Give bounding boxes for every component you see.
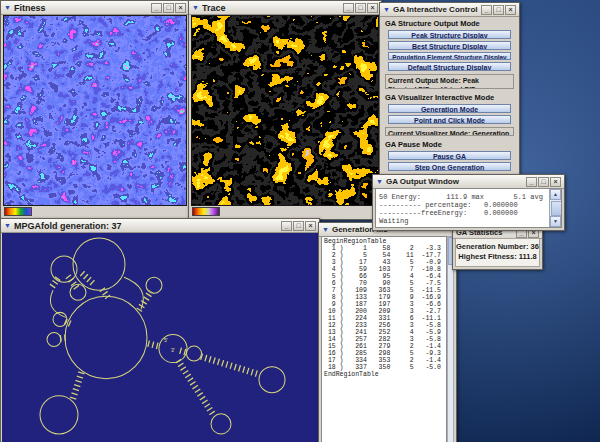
region-table-view[interactable]: BeginRegionTable 1 ) 1 58 2 -3.3 2 ) 5 5…	[321, 236, 447, 442]
java-window-icon: ▼	[4, 4, 11, 11]
maximize-button[interactable]: □	[493, 5, 504, 15]
peak-structure-display-button[interactable]: Peak Structure Display	[388, 30, 511, 39]
trace-colorbar	[192, 207, 220, 216]
fitness-heatmap[interactable]	[3, 15, 187, 206]
fitness-statusbar	[3, 207, 187, 217]
ga-output-scrollbar[interactable]: ▲ ▼	[549, 189, 561, 227]
minimize-button[interactable]: _	[151, 3, 162, 13]
ga-controls-panel: GA Structure Output Mode Peak Structure …	[382, 16, 517, 173]
ga-output-window: ▼ GA Output Window _ □ × 50 Energy: 111.…	[372, 174, 565, 231]
maximize-button[interactable]: □	[355, 3, 366, 13]
ga-controls-window-title: GA Interactive Controls	[393, 5, 478, 14]
region-table-text: BeginRegionTable 1 ) 1 58 2 -3.3 2 ) 5 5…	[322, 237, 446, 379]
ga-stats-panel: Generation Number: 36 Highest Fitness: 1…	[455, 238, 540, 267]
trace-titlebar[interactable]: ▼ Trace _ □ ×	[189, 1, 381, 15]
rna-structure-view[interactable]: 5' 3'	[2, 233, 318, 442]
ga-output-log-text: ---------- percentage: 0.000000 --------…	[379, 201, 518, 225]
rna-structure-drawing: 5' 3'	[2, 233, 318, 442]
ga-output-titlebar[interactable]: ▼ GA Output Window _ □ ×	[373, 175, 564, 189]
java-window-icon: ▼	[376, 178, 383, 185]
close-button[interactable]: ×	[550, 177, 561, 187]
ga-controls-window-controls: _ □ ×	[481, 5, 516, 15]
scroll-up-button[interactable]: ▲	[550, 189, 561, 200]
current-output-mode-text: Current Output Mode: Peak	[388, 76, 511, 85]
minimize-button[interactable]: _	[481, 5, 492, 15]
ga-output-window-title: GA Output Window	[386, 177, 523, 186]
rna-helix-stems	[51, 273, 260, 416]
scrollbar-thumb[interactable]	[551, 201, 562, 216]
minimize-button[interactable]: _	[343, 3, 354, 13]
java-window-icon: ▼	[4, 222, 11, 229]
highest-fitness-text: Highest Fitness: 111.8	[456, 252, 539, 262]
trace-window: ▼ Trace _ □ ×	[188, 0, 382, 220]
close-button[interactable]: ×	[367, 3, 378, 13]
clipped-log-line: 50 Energy: 111.9 max 5.1 avg	[379, 193, 558, 201]
generation-mode-window: ▼ Generation Mo BeginRegionTable 1 ) 1 5…	[318, 222, 457, 442]
close-button[interactable]: ×	[505, 5, 516, 15]
fitness-window-controls: _ □ ×	[151, 3, 186, 13]
three-prime-label: 3'	[171, 347, 175, 353]
trace-statusbar	[191, 207, 379, 217]
ga-controls-titlebar[interactable]: ▼ GA Interactive Controls _ □ ×	[380, 3, 519, 17]
visualizer-mode-label: GA Visualizer Interactive Mode	[385, 93, 514, 102]
maximize-button[interactable]: □	[163, 3, 174, 13]
pid-status-text: Physical PID: -- Virtual PID: --	[388, 85, 511, 89]
ga-output-window-controls: _ □ ×	[526, 177, 561, 187]
maximize-button[interactable]: □	[293, 221, 304, 231]
ga-controls-window: ▼ GA Interactive Controls _ □ × GA Struc…	[379, 2, 520, 176]
trace-window-title: Trace	[202, 3, 340, 13]
minimize-button[interactable]: _	[281, 221, 292, 231]
maximize-button[interactable]: □	[538, 177, 549, 187]
java-window-icon: ▼	[383, 6, 390, 13]
trace-window-controls: _ □ ×	[343, 3, 378, 13]
fitness-window: ▼ Fitness _ □ ×	[0, 0, 190, 220]
desktop: ▼ Fitness _ □ ×	[0, 0, 600, 442]
rna-strand-labels: 5' 3'	[164, 337, 175, 353]
scroll-down-button[interactable]: ▼	[550, 216, 561, 227]
best-structure-display-button[interactable]: Best Structure Display	[388, 41, 511, 50]
mpgafold-window: ▼ MPGAfold generation: 37 _ □ ×	[0, 218, 320, 442]
fitness-titlebar[interactable]: ▼ Fitness _ □ ×	[1, 1, 189, 15]
ga-output-log-view[interactable]: 50 Energy: 111.9 max 5.1 avg---------- p…	[375, 188, 562, 228]
close-button[interactable]: ×	[305, 221, 316, 231]
java-window-icon: ▼	[322, 226, 329, 233]
trace-heatmap[interactable]	[191, 15, 379, 206]
fitness-window-title: Fitness	[14, 3, 148, 13]
mpgafold-titlebar[interactable]: ▼ MPGAfold generation: 37 _ □ ×	[1, 219, 319, 233]
point-and-click-mode-button[interactable]: Point and Click Mode	[388, 115, 511, 124]
default-structure-display-button[interactable]: Default Structure Display	[388, 62, 511, 71]
mpgafold-window-title: MPGAfold generation: 37	[14, 221, 278, 231]
trace-heatmap-svg	[192, 16, 378, 205]
ga-stats-window: GA Statistics _ × Generation Number: 36 …	[452, 226, 543, 270]
structure-output-mode-label: GA Structure Output Mode	[385, 19, 514, 28]
generation-mode-button[interactable]: Generation Mode	[388, 104, 511, 113]
mpgafold-window-controls: _ □ ×	[281, 221, 316, 231]
minimize-button[interactable]: _	[526, 177, 537, 187]
pause-mode-label: GA Pause Mode	[385, 140, 514, 149]
java-window-icon: ▼	[192, 4, 199, 11]
visualizer-mode-status: Current Visualizer Mode: Generation	[385, 127, 514, 137]
generation-number-text: Generation Number: 36	[456, 242, 539, 252]
fitness-colorbar	[4, 207, 32, 216]
five-prime-label: 5'	[164, 337, 168, 343]
step-one-generation-button[interactable]: Step One Generation	[388, 162, 511, 171]
population-element-structure-display-button[interactable]: Population Element Structure Display	[388, 52, 511, 61]
close-button[interactable]: ×	[175, 3, 186, 13]
output-mode-status: Current Output Mode: Peak Physical PID: …	[385, 74, 514, 89]
pause-ga-button[interactable]: Pause GA	[388, 151, 511, 160]
rna-loops	[40, 238, 285, 434]
fitness-heatmap-svg	[4, 16, 186, 205]
